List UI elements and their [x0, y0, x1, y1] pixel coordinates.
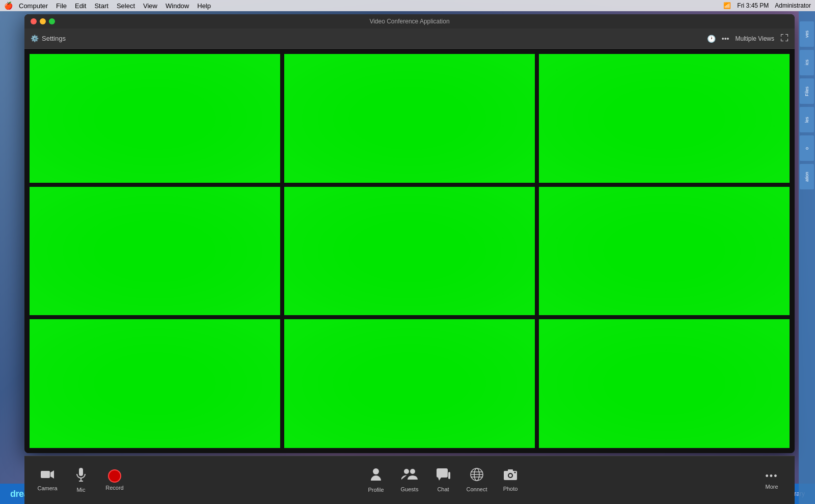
- svg-marker-9: [438, 478, 441, 481]
- photo-label: Photo: [503, 486, 518, 492]
- mic-icon: [76, 467, 86, 485]
- record-button[interactable]: Record: [102, 469, 127, 491]
- svg-rect-8: [437, 468, 448, 478]
- svg-rect-19: [508, 469, 513, 471]
- video-grid: [24, 49, 795, 453]
- svg-marker-1: [50, 470, 54, 479]
- right-tab-ics[interactable]: ics: [800, 50, 814, 75]
- svg-point-6: [404, 469, 409, 474]
- guests-button[interactable]: Guests: [397, 468, 422, 492]
- clock-time: Fri 3:45 PM: [737, 2, 769, 9]
- menu-select[interactable]: Select: [117, 2, 135, 10]
- photo-icon: [503, 468, 518, 484]
- settings-button[interactable]: ⚙️ Settings: [31, 35, 66, 42]
- menu-computer[interactable]: Computer: [19, 2, 48, 10]
- more-label: More: [765, 484, 778, 490]
- expand-icon[interactable]: [780, 34, 789, 43]
- app-window: Video Conference Application ⚙️ Settings…: [24, 14, 795, 453]
- menu-file[interactable]: File: [56, 2, 67, 10]
- more-options-icon[interactable]: •••: [722, 35, 729, 43]
- multiple-views-label[interactable]: Multiple Views: [736, 35, 774, 42]
- connect-label: Connect: [467, 486, 487, 492]
- camera-label: Camera: [37, 485, 57, 491]
- video-cell-5: [284, 187, 535, 316]
- svg-rect-2: [79, 468, 83, 476]
- profile-label: Profile: [368, 487, 384, 493]
- traffic-lights: [31, 18, 55, 24]
- right-tab-les[interactable]: les: [800, 107, 814, 132]
- connect-icon: [470, 468, 483, 484]
- toolbar-center-group: Profile Guests Ch: [363, 467, 523, 493]
- video-cell-6: [539, 187, 790, 316]
- toolbar-right: 🕐 ••• Multiple Views: [707, 34, 789, 43]
- photo-button[interactable]: Photo: [498, 468, 523, 492]
- right-tab-views[interactable]: ves: [800, 21, 814, 47]
- right-panel: ves ics Files les o ation: [799, 11, 815, 504]
- profile-icon: [370, 467, 382, 485]
- menu-bar: 🍎 Computer File Edit Start Select View W…: [0, 0, 815, 11]
- menu-start[interactable]: Start: [94, 2, 108, 10]
- settings-label: Settings: [42, 35, 66, 42]
- guests-label: Guests: [401, 486, 419, 492]
- menubar-right: 📶 Fri 3:45 PM Administrator: [723, 2, 811, 9]
- right-tab-o[interactable]: o: [800, 135, 814, 161]
- toolbar-left-group: Camera Mic Record: [35, 467, 127, 493]
- app-toolbar: ⚙️ Settings 🕐 ••• Multiple Views: [24, 29, 795, 49]
- video-cell-7: [30, 319, 280, 448]
- video-cell-9: [539, 319, 790, 448]
- profile-button[interactable]: Profile: [363, 467, 389, 493]
- svg-point-5: [373, 468, 379, 474]
- mic-button[interactable]: Mic: [68, 467, 94, 493]
- camera-icon: [40, 469, 55, 483]
- toolbar-right-group: ••• More: [759, 471, 784, 490]
- menu-edit[interactable]: Edit: [75, 2, 86, 10]
- bottom-toolbar: Camera Mic Record: [24, 456, 795, 504]
- video-cell-8: [284, 319, 535, 448]
- record-icon: [108, 469, 121, 483]
- record-label: Record: [105, 485, 123, 491]
- svg-rect-10: [448, 472, 450, 479]
- chat-label: Chat: [437, 486, 449, 492]
- svg-point-18: [509, 474, 512, 477]
- video-cell-2: [284, 54, 535, 183]
- gear-icon: ⚙️: [31, 35, 39, 42]
- apple-menu[interactable]: 🍎: [4, 2, 13, 10]
- video-cell-1: [30, 54, 280, 183]
- chat-icon: [436, 468, 450, 484]
- maximize-button[interactable]: [49, 18, 55, 24]
- mic-label: Mic: [76, 487, 85, 493]
- video-cell-4: [30, 187, 280, 316]
- minimize-button[interactable]: [40, 18, 46, 24]
- more-button[interactable]: ••• More: [759, 471, 784, 490]
- menu-help[interactable]: Help: [197, 2, 211, 10]
- user-name: Administrator: [775, 2, 811, 9]
- window-titlebar: Video Conference Application: [24, 14, 795, 29]
- chat-button[interactable]: Chat: [430, 468, 456, 492]
- svg-point-20: [514, 472, 516, 473]
- clock-icon[interactable]: 🕐: [707, 35, 716, 43]
- menu-view[interactable]: View: [143, 2, 157, 10]
- window-title: Video Conference Application: [369, 18, 449, 25]
- close-button[interactable]: [31, 18, 37, 24]
- more-icon: •••: [766, 471, 778, 482]
- svg-point-7: [410, 469, 415, 474]
- wifi-icon: 📶: [723, 2, 731, 9]
- camera-button[interactable]: Camera: [35, 469, 60, 491]
- right-tab-ation[interactable]: ation: [800, 164, 814, 189]
- menu-window[interactable]: Window: [166, 2, 189, 10]
- connect-button[interactable]: Connect: [464, 468, 490, 492]
- right-tab-files[interactable]: Files: [800, 78, 814, 104]
- guests-icon: [401, 468, 418, 484]
- video-cell-3: [539, 54, 790, 183]
- svg-rect-0: [41, 471, 50, 478]
